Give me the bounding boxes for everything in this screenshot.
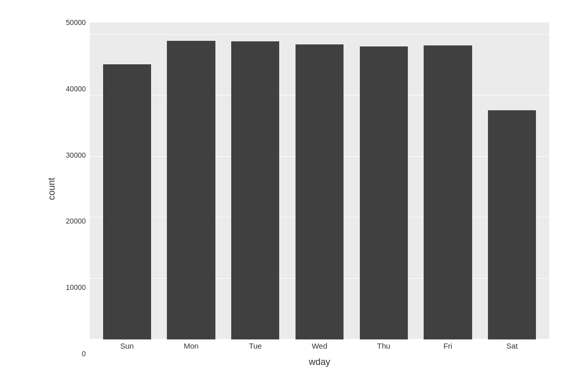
x-tick: Mon xyxy=(159,339,224,355)
x-axis-label: wday xyxy=(90,355,549,370)
bar xyxy=(296,44,344,339)
bar xyxy=(360,46,408,339)
bar xyxy=(231,41,279,339)
bar xyxy=(103,64,151,339)
bars-row xyxy=(90,22,549,339)
x-tick: Thu xyxy=(352,339,416,355)
bar xyxy=(167,41,215,339)
bar xyxy=(424,45,472,339)
bar xyxy=(488,110,536,339)
bar-group xyxy=(159,27,224,339)
bar-group xyxy=(416,27,480,339)
chart-container: count 01000020000300004000050000 SunMonT… xyxy=(13,10,575,382)
x-tick: Sat xyxy=(480,339,544,355)
x-ticks: SunMonTueWedThuFriSat xyxy=(90,339,549,355)
y-axis-label: count xyxy=(39,22,59,355)
y-ticks-and-plot: 01000020000300004000050000 SunMonTueWedT… xyxy=(59,22,549,355)
chart-area: count 01000020000300004000050000 SunMonT… xyxy=(39,22,549,355)
plot-area: SunMonTueWedThuFriSat xyxy=(90,22,549,355)
x-tick: Sun xyxy=(95,339,159,355)
x-tick: Tue xyxy=(223,339,287,355)
chart-and-yaxis: count 01000020000300004000050000 SunMonT… xyxy=(39,22,549,355)
grid-and-bars xyxy=(90,22,549,339)
chart-inner: count 01000020000300004000050000 SunMonT… xyxy=(39,22,549,370)
bar-group xyxy=(480,27,544,339)
y-ticks: 01000020000300004000050000 xyxy=(59,22,90,355)
x-ticks-inner: SunMonTueWedThuFriSat xyxy=(90,339,549,355)
bar-group xyxy=(223,27,287,339)
bar-group xyxy=(95,27,159,339)
x-tick: Wed xyxy=(287,339,352,355)
x-tick: Fri xyxy=(416,339,480,355)
bar-group xyxy=(352,27,416,339)
bar-group xyxy=(287,27,352,339)
